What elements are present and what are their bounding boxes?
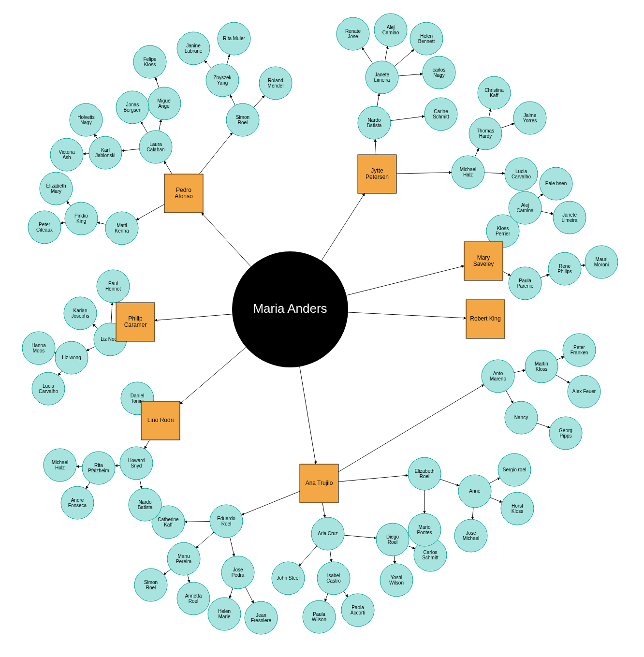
edge bbox=[538, 194, 543, 198]
edge bbox=[514, 370, 526, 372]
person-label-johns: John Steel bbox=[277, 575, 299, 581]
edge bbox=[136, 204, 164, 220]
edge bbox=[396, 173, 452, 174]
edge bbox=[395, 49, 414, 66]
edge bbox=[501, 123, 514, 128]
edge bbox=[348, 312, 466, 318]
person-label-isabel: IsabelCastro bbox=[326, 572, 341, 583]
edge bbox=[196, 532, 214, 548]
edge bbox=[344, 591, 348, 597]
person-label-paulap: PaulaParenie bbox=[517, 277, 534, 288]
person-label-aria: Aria Cruz bbox=[318, 531, 338, 536]
person-label-felipe: FelipeKloss bbox=[143, 56, 157, 67]
manager-label-lino: Lino Rodri bbox=[147, 417, 174, 423]
person-label-matti: MattiKenna bbox=[115, 222, 129, 233]
edge bbox=[227, 55, 230, 65]
manager-label-pedro: PedroAfonso bbox=[175, 187, 193, 200]
person-label-nancy: Nancy bbox=[514, 415, 528, 420]
manager-label-robert: Robert King bbox=[470, 315, 500, 322]
edge bbox=[145, 440, 149, 449]
person-label-anne: Anne bbox=[469, 488, 481, 494]
edge bbox=[484, 173, 505, 174]
edge bbox=[230, 95, 235, 105]
person-label-nardo2: NardoBatista bbox=[138, 499, 153, 510]
person-label-hanna: HannaMoos bbox=[31, 342, 46, 353]
edge bbox=[202, 213, 251, 267]
edge bbox=[164, 161, 172, 174]
edge bbox=[385, 46, 388, 61]
edge bbox=[155, 77, 159, 88]
person-label-simonr2: SimonRoel bbox=[144, 579, 158, 590]
edge bbox=[472, 508, 473, 519]
edge bbox=[541, 275, 549, 278]
edge bbox=[185, 522, 210, 522]
person-label-janete2: JaneteLimeira bbox=[562, 212, 578, 222]
edge bbox=[155, 314, 232, 321]
person-label-nardo1: NardoBatista bbox=[367, 117, 382, 128]
person-label-peterc: PeterCiteaux bbox=[36, 221, 53, 232]
edge bbox=[325, 594, 328, 601]
edge bbox=[86, 482, 90, 489]
person-label-helenb: HelenBennett bbox=[418, 33, 435, 44]
edge bbox=[199, 133, 233, 174]
edge bbox=[241, 491, 300, 515]
edge bbox=[506, 391, 513, 404]
edge bbox=[377, 94, 380, 107]
edge bbox=[408, 546, 415, 549]
person-label-rita: Rita Muler bbox=[223, 36, 245, 41]
person-label-roland: RolandMendel bbox=[268, 77, 284, 88]
edge bbox=[375, 139, 376, 155]
person-label-alexf: Alex Feuer bbox=[572, 389, 596, 394]
edge bbox=[394, 556, 395, 564]
edge bbox=[60, 222, 65, 223]
edge bbox=[338, 384, 484, 472]
person-label-klossp: KlossPerrier bbox=[496, 225, 511, 236]
edge bbox=[180, 347, 246, 404]
edge bbox=[164, 569, 171, 575]
edge bbox=[159, 119, 161, 131]
edge bbox=[440, 479, 459, 486]
person-label-paulaw: PaulaWilson bbox=[312, 611, 326, 622]
edge bbox=[537, 423, 550, 428]
edge bbox=[300, 366, 316, 464]
person-label-yoshi: YoshiWilson bbox=[389, 574, 404, 585]
edge bbox=[346, 266, 464, 295]
person-label-janete1: JaneteLimeira bbox=[374, 72, 390, 82]
edge bbox=[322, 193, 365, 261]
person-label-karianj: KarianJosephs bbox=[71, 307, 89, 318]
person-label-josep: JosePedra bbox=[232, 567, 245, 577]
edge bbox=[299, 546, 317, 566]
person-label-manu: ManuPereira bbox=[176, 553, 192, 564]
person-label-carine: CarineSchmitt bbox=[433, 108, 449, 119]
person-label-lizwong: Liz wong bbox=[62, 355, 81, 360]
network-diagram: LauraCalahanMattiKennaSimonRoelRolandMen… bbox=[0, 0, 644, 657]
edge bbox=[581, 265, 585, 266]
person-label-helenm: HelenMarie bbox=[218, 608, 231, 619]
manager-label-ana: Ana Trujilo bbox=[306, 480, 333, 486]
edge bbox=[122, 149, 139, 151]
person-label-sergio: Sergio roel bbox=[503, 467, 526, 472]
edge bbox=[140, 479, 142, 488]
edge bbox=[338, 475, 408, 482]
edge bbox=[398, 74, 423, 76]
edge bbox=[344, 535, 376, 538]
person-label-renep: RenePhilips bbox=[557, 263, 571, 274]
edge bbox=[330, 550, 331, 562]
person-label-jonas: JonasBergsen bbox=[123, 102, 141, 112]
person-label-simonr1: SimonRoel bbox=[236, 114, 249, 125]
person-label-miguel: MiguelAngel bbox=[157, 98, 171, 108]
edge bbox=[556, 375, 570, 383]
edge bbox=[489, 109, 491, 117]
person-label-mauri: MauriMoroni bbox=[594, 256, 609, 267]
edge bbox=[141, 121, 147, 132]
person-label-thomas: ThomasHardy bbox=[477, 128, 494, 138]
person-label-martin: MartinKloss bbox=[535, 361, 548, 371]
person-label-mario: MarioPontes bbox=[417, 524, 432, 535]
edge bbox=[87, 347, 96, 351]
edge bbox=[67, 201, 71, 206]
edge bbox=[362, 47, 373, 63]
edge bbox=[58, 371, 61, 376]
person-label-carlosn: carlosNagy bbox=[433, 67, 446, 77]
person-label-janine: JanineLabrune bbox=[185, 43, 203, 53]
person-label-palebsen: Pale bsen bbox=[545, 181, 567, 186]
